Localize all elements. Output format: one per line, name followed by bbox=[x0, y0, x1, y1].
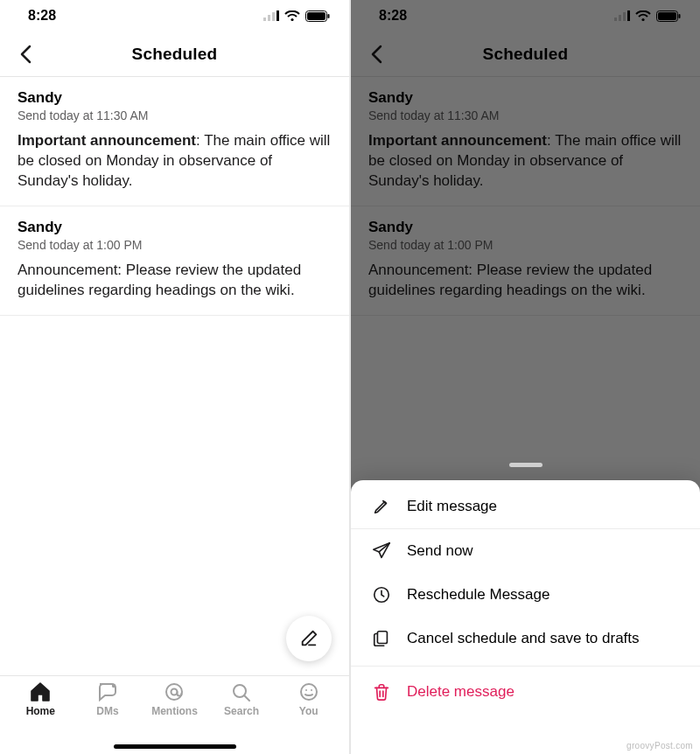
scheduled-message[interactable]: Sandy Send today at 11:30 AM Important a… bbox=[0, 77, 349, 206]
pencil-icon bbox=[372, 497, 391, 516]
action-label: Send now bbox=[407, 542, 473, 560]
tab-dms[interactable]: DMs bbox=[80, 681, 136, 717]
tab-label: DMs bbox=[96, 705, 118, 717]
phone-screen-action-sheet: 8:28 Scheduled Sandy Send today at 11:30… bbox=[350, 0, 700, 754]
trash-icon bbox=[372, 682, 391, 702]
message-body: Announcement: Please review the updated … bbox=[18, 261, 332, 301]
svg-point-9 bbox=[166, 684, 182, 700]
status-bar: 8:28 bbox=[0, 0, 349, 31]
svg-rect-2 bbox=[272, 12, 275, 21]
tab-home[interactable]: Home bbox=[12, 681, 68, 717]
header-bar: Scheduled bbox=[0, 31, 349, 77]
action-cancel-save-draft[interactable]: Cancel schedule and save to drafts bbox=[351, 617, 700, 660]
message-author: Sandy bbox=[18, 89, 332, 107]
svg-rect-0 bbox=[263, 17, 266, 21]
action-reschedule[interactable]: Reschedule Message bbox=[351, 573, 700, 617]
mentions-icon bbox=[163, 681, 186, 702]
tab-you[interactable]: You bbox=[281, 681, 337, 717]
page-title: Scheduled bbox=[0, 45, 349, 64]
dms-icon bbox=[96, 681, 119, 702]
tab-search[interactable]: Search bbox=[214, 681, 270, 717]
tab-mentions[interactable]: Mentions bbox=[146, 681, 202, 717]
clipboard-icon bbox=[372, 629, 391, 648]
message-body: Important announcement: The main office … bbox=[18, 131, 332, 192]
sheet-grabber[interactable] bbox=[509, 463, 542, 467]
battery-icon bbox=[305, 10, 330, 22]
back-button[interactable] bbox=[9, 37, 44, 72]
action-delete-message[interactable]: Delete message bbox=[351, 666, 700, 714]
home-icon bbox=[29, 681, 52, 702]
compose-icon bbox=[299, 629, 318, 648]
svg-rect-6 bbox=[307, 12, 326, 20]
face-icon bbox=[298, 681, 320, 702]
svg-rect-3 bbox=[276, 10, 279, 21]
tab-label: You bbox=[299, 705, 318, 717]
clock-icon bbox=[372, 585, 391, 604]
action-label: Edit message bbox=[407, 498, 497, 515]
svg-line-12 bbox=[244, 695, 249, 701]
status-time: 8:28 bbox=[28, 8, 56, 24]
tab-label: Search bbox=[224, 705, 259, 717]
svg-point-13 bbox=[301, 684, 317, 700]
action-label: Delete message bbox=[407, 683, 514, 701]
status-icons bbox=[263, 10, 330, 22]
home-indicator bbox=[114, 744, 236, 749]
compose-button[interactable] bbox=[286, 616, 332, 661]
tab-label: Home bbox=[26, 705, 55, 717]
svg-point-10 bbox=[172, 689, 178, 695]
tab-bar: Home DMs Mentions Search You bbox=[0, 675, 349, 754]
message-schedule-time: Send today at 1:00 PM bbox=[18, 238, 332, 252]
cellular-icon bbox=[263, 10, 279, 21]
svg-point-8 bbox=[112, 684, 116, 688]
phone-screen-scheduled-list: 8:28 Scheduled Sandy Send today at 11:30… bbox=[0, 0, 350, 754]
svg-point-14 bbox=[305, 689, 307, 691]
action-sheet: Edit message Send now Reschedule Message… bbox=[351, 480, 700, 754]
watermark: groovyPost.com bbox=[626, 741, 693, 751]
message-author: Sandy bbox=[18, 219, 332, 236]
svg-point-15 bbox=[311, 689, 312, 691]
action-label: Reschedule Message bbox=[407, 586, 550, 604]
tab-label: Mentions bbox=[151, 705, 198, 717]
wifi-icon bbox=[284, 10, 300, 22]
action-send-now[interactable]: Send now bbox=[351, 529, 700, 573]
paper-plane-icon bbox=[372, 541, 391, 561]
scheduled-message[interactable]: Sandy Send today at 1:00 PM Announcement… bbox=[0, 206, 349, 316]
action-label: Cancel schedule and save to drafts bbox=[407, 630, 640, 647]
chevron-left-icon bbox=[19, 45, 33, 64]
search-icon bbox=[230, 681, 253, 702]
svg-rect-1 bbox=[268, 15, 270, 21]
svg-rect-25 bbox=[377, 632, 387, 644]
message-schedule-time: Send today at 11:30 AM bbox=[18, 108, 332, 122]
svg-rect-7 bbox=[328, 14, 330, 18]
action-edit-message[interactable]: Edit message bbox=[351, 485, 700, 529]
svg-point-4 bbox=[290, 17, 293, 20]
